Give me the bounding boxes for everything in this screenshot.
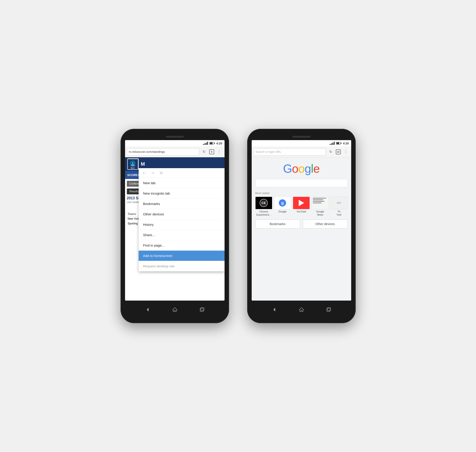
google-g: G [283,162,292,175]
svg-rect-13 [328,308,331,311]
phone-1-bottom [125,301,225,319]
thumb-img-ce: CE [255,197,272,209]
youtube-play-icon [299,200,304,206]
mls-site-title: M [141,161,145,167]
svg-marker-7 [173,308,177,312]
home-nav-btn-2[interactable] [297,305,306,314]
google-g-badge: g [279,199,286,206]
mls-logo: MLS [127,159,139,170]
signal-icon [203,142,208,145]
recent-nav-btn-1[interactable] [197,305,207,314]
status-bar-1: 4:20 [125,140,225,146]
thumb-img-youtube [293,197,310,209]
menu-add-to-homescreen[interactable]: Add to homescreen [139,251,225,261]
thumbnail-chrome-experiments[interactable]: CE ChromeExperiment... [255,197,272,216]
thumb-label-youtube: YouTube [296,210,306,213]
svg-text:MLS: MLS [131,167,135,169]
home-nav-btn-1[interactable] [170,305,179,314]
dropdown-nav-row: ← → ☆ [139,168,225,178]
menu-history[interactable]: History [139,219,225,230]
thumb-label-gnews: GoogleNews [316,210,324,216]
recent-nav-btn-2[interactable] [324,305,333,314]
phone-2: 4:20 Search or type URL ↻ 10 ⋮ Google [247,129,356,323]
svg-marker-10 [273,308,275,312]
menu-other-devices[interactable]: Other devices [139,209,225,219]
status-bar-2: 4:20 [252,140,351,146]
ce-badge: CE [260,199,268,207]
url-input-1[interactable]: m.mlssoccer.com/standings [127,148,199,155]
bottom-buttons: Bookmarks Other devices [255,219,348,228]
tab-counter-2[interactable]: 10 [336,149,341,154]
thumb-label-ce: ChromeExperiment... [256,210,271,216]
phone-1-screen: 4:20 m.mlssoccer.com/standings ↻ 9 ⋮ [125,140,225,301]
chrome-bar-2: Search or type URL ↻ 10 ⋮ [252,146,351,157]
thumb-img-google: g [274,197,291,209]
thumbnail-the-york[interactable]: NYT ThYork [330,197,347,216]
thumbnail-google[interactable]: g Google [274,197,291,216]
battery-icon [209,142,215,145]
svg-point-2 [132,162,134,164]
menu-find-in-page[interactable]: Find in page... [139,240,225,251]
other-devices-btn[interactable]: Other devices [303,219,348,228]
thumb-label-york: ThYork [336,210,342,216]
google-g2: g [305,162,311,175]
menu-new-tab[interactable]: New tab [139,178,225,188]
google-logo: Google [283,162,320,175]
status-time-2: 4:20 [343,142,349,145]
menu-btn-1[interactable]: ⋮ [215,148,223,155]
thumb-label-google: Google [279,210,287,213]
signal-icon-2 [330,142,335,145]
svg-rect-12 [327,308,330,312]
url-text-1: m.mlssoccer.com/standings [129,150,165,153]
chrome-bar-1: m.mlssoccer.com/standings ↻ 9 ⋮ [125,146,225,157]
url-input-2[interactable]: Search or type URL [254,148,326,155]
menu-new-incognito-tab[interactable]: New incognito tab [139,188,225,199]
phone-1-top [125,133,225,140]
url-placeholder-2: Search or type URL [255,150,281,153]
battery-icon-2 [336,142,342,145]
back-button[interactable]: ← [142,171,146,175]
google-o2: o [298,162,305,175]
thumbnail-youtube[interactable]: YouTube [293,197,310,216]
menu-request-desktop[interactable]: Request desktop site [139,261,225,272]
menu-btn-2[interactable]: ⋮ [342,148,349,155]
phone-2-screen: 4:20 Search or type URL ↻ 10 ⋮ Google [252,140,351,301]
svg-marker-6 [147,308,148,312]
reload-btn-1[interactable]: ↻ [201,148,208,155]
speaker-2 [292,136,310,138]
google-o1: o [292,162,298,175]
back-nav-btn-1[interactable] [143,305,152,314]
svg-rect-9 [201,308,204,311]
reload-btn-2[interactable]: ↻ [327,148,335,155]
phone-1: 4:20 m.mlssoccer.com/standings ↻ 9 ⋮ [121,129,229,323]
new-tab-search-bar[interactable] [255,179,348,187]
bookmark-star-button[interactable]: ☆ [159,170,163,175]
forward-button[interactable]: → [151,171,155,175]
svg-marker-11 [299,308,304,312]
phone-2-top [252,133,351,140]
menu-bookmarks[interactable]: Bookmarks [139,199,225,209]
new-tab-content: Google Most visited CE ChromeExperiment.… [252,157,351,301]
speaker-1 [166,136,184,138]
thumbnail-google-news[interactable]: GoogleNews [312,197,329,216]
thumbnails-row: CE ChromeExperiment... g Google YouT [255,197,348,216]
google-l: l [311,162,313,175]
tab-counter-1[interactable]: 9 [209,149,214,154]
dropdown-menu: ← → ☆ New tab New incognito tab Bookmark… [139,168,225,272]
thumb-img-gnews [312,197,329,209]
google-e: e [313,162,320,175]
status-time: 4:20 [216,142,222,145]
phone-2-bottom [252,301,351,319]
mls-nav-scores[interactable]: SCORES [127,173,140,177]
most-visited-label: Most visited [255,192,348,195]
bookmarks-btn[interactable]: Bookmarks [255,219,300,228]
menu-share[interactable]: Share... [139,230,225,240]
svg-rect-8 [200,308,203,312]
thumb-img-york: NYT [330,197,347,209]
back-nav-btn-2[interactable] [270,305,279,314]
